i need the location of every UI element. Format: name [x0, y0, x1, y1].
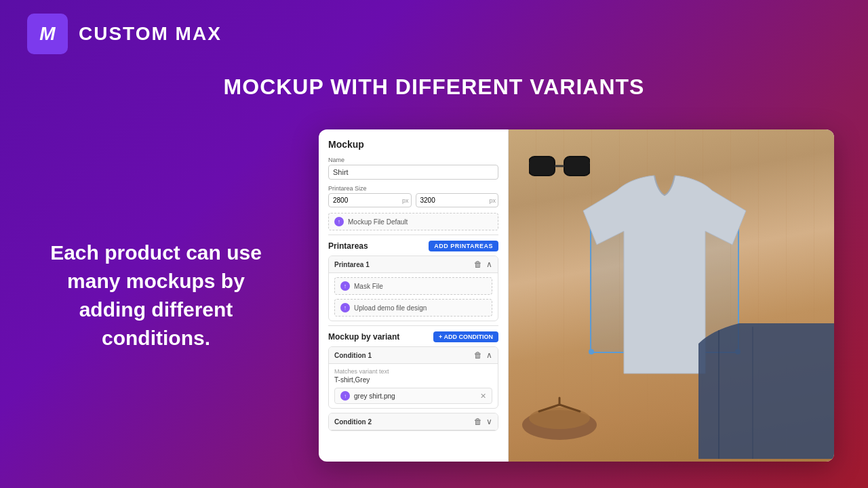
right-panel: Mockup Name Printarea Size px — [312, 123, 841, 468]
upload-demo-label: Upload demo file design — [354, 304, 427, 312]
condition1-body: Matches variant text T-shirt,Grey ↑ grey… — [329, 364, 498, 408]
height-field: px — [416, 193, 499, 207]
name-group: Name — [328, 157, 498, 180]
file-row: ↑ grey shirt.png ✕ — [334, 388, 492, 404]
page-title: MOCKUP WITH DIFFERENT VARIANTS — [27, 75, 841, 100]
printarea1-block: Printarea 1 🗑 ∧ ↑ Mask File — [328, 256, 498, 321]
file-icon: ↑ — [340, 391, 350, 401]
upload-icon: ↑ — [334, 217, 344, 226]
condition1-block: Condition 1 🗑 ∧ Matches variant text T-s… — [328, 346, 498, 409]
printareas-title: Printareas — [328, 241, 368, 251]
printarea1-controls: 🗑 ∧ — [474, 260, 492, 269]
matches-variant-label: Matches variant text — [334, 368, 492, 375]
form-panel-title: Mockup — [328, 139, 498, 150]
image-panel: PRINTAREA 1 — [509, 129, 834, 462]
svg-point-6 — [529, 407, 590, 429]
name-label: Name — [328, 157, 498, 163]
file-name: grey shirt.png — [354, 392, 476, 400]
name-input[interactable] — [328, 165, 498, 180]
size-row: px px — [328, 193, 498, 207]
add-printareas-btn[interactable]: ADD PRINTAREAS — [429, 241, 498, 251]
width-unit: px — [402, 197, 409, 204]
upload-demo-icon: ↑ — [340, 303, 350, 312]
height-input[interactable] — [416, 193, 499, 207]
upload-demo-btn-wrapper: ↑ Upload demo file design — [334, 299, 492, 317]
condition2-controls: 🗑 ∨ — [474, 417, 492, 426]
size-label: Printarea Size — [328, 185, 498, 192]
sandals-decoration — [519, 391, 600, 448]
left-panel: Each product can use many mockups by add… — [27, 123, 285, 468]
condition1-value: T-shirt,Grey — [334, 376, 492, 384]
size-group: Printarea Size px px — [328, 185, 498, 207]
condition2-delete-icon[interactable]: 🗑 — [474, 417, 482, 426]
add-condition-btn[interactable]: + ADD CONDITION — [433, 331, 498, 342]
condition1-controls: 🗑 ∧ — [474, 350, 492, 360]
main-content: Each product can use many mockups by add… — [0, 123, 868, 488]
condition1-title: Condition 1 — [334, 352, 372, 359]
sunglasses-decoration — [529, 153, 590, 184]
condition1-header: Condition 1 🗑 ∧ — [329, 347, 498, 364]
width-field: px — [328, 193, 412, 207]
mockup-file-default-btn[interactable]: ↑ Mockup File Default — [328, 213, 498, 230]
mockup-variant-section-header: Mockup by variant + ADD CONDITION — [328, 331, 498, 342]
svg-rect-0 — [529, 157, 555, 176]
condition2-header: Condition 2 🗑 ∨ — [329, 413, 498, 430]
printareas-section-header: Printareas ADD PRINTAREAS — [328, 241, 498, 251]
condition2-collapse-icon[interactable]: ∨ — [486, 417, 492, 426]
condition1-collapse-icon[interactable]: ∧ — [486, 350, 492, 360]
condition2-block: Condition 2 🗑 ∨ — [328, 413, 498, 431]
page-wrapper: M CUSTOM MAX MOCKUP WITH DIFFERENT VARIA… — [0, 0, 868, 488]
divider-2 — [328, 325, 498, 326]
printarea1-body: ↑ Mask File ↑ Upload demo file design — [329, 273, 498, 321]
mask-file-btn[interactable]: ↑ Mask File — [334, 277, 492, 295]
upload-demo-btn[interactable]: ↑ Upload demo file design — [334, 299, 492, 317]
title-area: MOCKUP WITH DIFFERENT VARIANTS — [0, 68, 868, 123]
printarea1-title: Printarea 1 — [334, 261, 370, 268]
mask-file-label: Mask File — [354, 283, 383, 290]
logo-letter: M — [39, 23, 55, 45]
description-text: Each product can use many mockups by add… — [27, 239, 285, 352]
printarea1-collapse-icon[interactable]: ∧ — [486, 260, 492, 269]
width-input[interactable] — [328, 193, 412, 207]
condition1-delete-icon[interactable]: 🗑 — [474, 350, 482, 360]
form-panel: Mockup Name Printarea Size px — [319, 129, 509, 462]
header: M CUSTOM MAX — [0, 0, 868, 68]
height-unit: px — [489, 197, 496, 204]
logo-box: M — [27, 14, 68, 54]
printarea1-header: Printarea 1 🗑 ∧ — [329, 256, 498, 273]
mockup-by-variant-title: Mockup by variant — [328, 332, 399, 342]
divider-1 — [328, 235, 498, 235]
mockup-card: Mockup Name Printarea Size px — [319, 129, 834, 462]
mask-file-icon: ↑ — [340, 281, 350, 291]
svg-rect-1 — [564, 157, 590, 176]
condition2-title: Condition 2 — [334, 418, 372, 426]
file-remove-icon[interactable]: ✕ — [480, 392, 486, 401]
mockup-file-default-label: Mockup File Default — [348, 218, 408, 226]
jeans-decoration — [698, 289, 834, 462]
brand-name: CUSTOM MAX — [79, 23, 222, 45]
printarea1-delete-icon[interactable]: 🗑 — [474, 260, 482, 269]
